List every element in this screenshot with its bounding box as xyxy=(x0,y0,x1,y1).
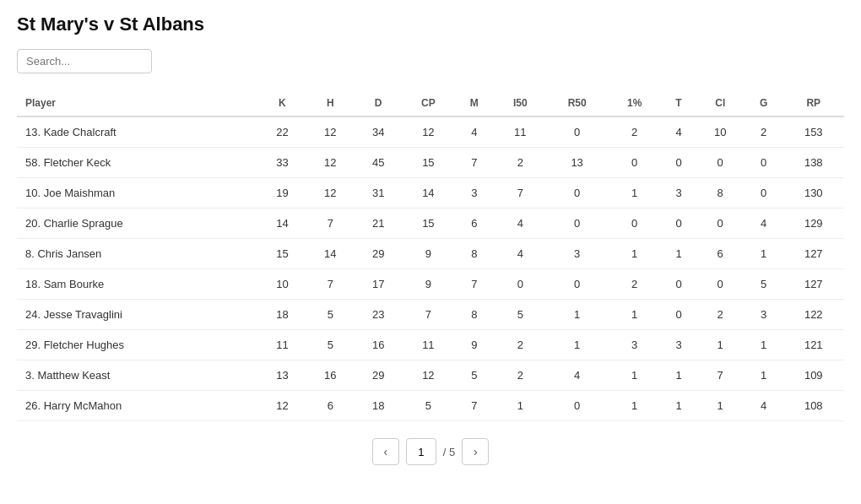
stat-d: 29 xyxy=(355,360,403,391)
player-name: 29. Fletcher Hughes xyxy=(17,330,258,360)
stat-g: 2 xyxy=(745,117,783,148)
stat-t: 0 xyxy=(661,300,696,330)
stat-cp: 14 xyxy=(403,178,455,209)
stat-r50: 3 xyxy=(546,239,608,269)
table-row: 10. Joe Maishman191231143701380130 xyxy=(17,178,844,209)
stat-rp: 108 xyxy=(783,391,844,421)
stat-pct: 1 xyxy=(608,300,661,330)
stat-k: 12 xyxy=(258,391,306,421)
stat-h: 12 xyxy=(306,148,355,178)
player-name: 13. Kade Chalcraft xyxy=(17,117,258,148)
table-row: 29. Fletcher Hughes11516119213311121 xyxy=(17,330,844,360)
stat-cp: 9 xyxy=(403,239,455,269)
stat-t: 0 xyxy=(661,148,696,178)
stat-cp: 7 xyxy=(403,300,455,330)
stat-k: 19 xyxy=(258,178,306,209)
col-header-k: K xyxy=(258,90,306,117)
stat-d: 29 xyxy=(355,239,403,269)
page-number-input[interactable] xyxy=(406,438,436,465)
stat-g: 4 xyxy=(745,209,783,239)
stat-cp: 9 xyxy=(403,269,455,300)
stat-m: 9 xyxy=(454,330,494,360)
stat-r50: 0 xyxy=(546,391,608,421)
stat-pct: 1 xyxy=(608,391,661,421)
stat-i50: 4 xyxy=(494,209,546,239)
table-row: 3. Matthew Keast131629125241171109 xyxy=(17,360,844,391)
stat-pct: 0 xyxy=(608,209,661,239)
search-input[interactable] xyxy=(17,49,152,73)
stat-h: 6 xyxy=(306,391,355,421)
stat-h: 7 xyxy=(306,269,355,300)
player-name: 10. Joe Maishman xyxy=(17,178,258,209)
table-row: 24. Jesse Travaglini1852378511023122 xyxy=(17,300,844,330)
stat-g: 5 xyxy=(745,269,783,300)
player-name: 8. Chris Jansen xyxy=(17,239,258,269)
stat-rp: 122 xyxy=(783,300,844,330)
stat-t: 0 xyxy=(661,269,696,300)
stat-m: 3 xyxy=(454,178,494,209)
stat-k: 13 xyxy=(258,360,306,391)
pagination-total: / 5 xyxy=(443,446,455,458)
stat-cl: 6 xyxy=(696,239,745,269)
stat-g: 1 xyxy=(745,330,783,360)
stat-cl: 0 xyxy=(696,148,745,178)
player-name: 26. Harry McMahon xyxy=(17,391,258,421)
col-header-r50: R50 xyxy=(546,90,608,117)
stat-r50: 0 xyxy=(546,209,608,239)
stat-rp: 130 xyxy=(783,178,844,209)
pagination: ‹ / 5 › xyxy=(17,438,844,465)
stat-g: 0 xyxy=(745,178,783,209)
stat-cl: 0 xyxy=(696,269,745,300)
stat-m: 8 xyxy=(454,239,494,269)
stat-pct: 1 xyxy=(608,178,661,209)
stat-g: 1 xyxy=(745,360,783,391)
col-header-i50: I50 xyxy=(494,90,546,117)
stat-h: 12 xyxy=(306,178,355,209)
stat-t: 3 xyxy=(661,330,696,360)
stat-k: 14 xyxy=(258,209,306,239)
stat-cp: 15 xyxy=(403,209,455,239)
stat-g: 3 xyxy=(745,300,783,330)
stat-m: 4 xyxy=(454,117,494,148)
stat-m: 8 xyxy=(454,300,494,330)
stat-h: 14 xyxy=(306,239,355,269)
col-header-pct: 1% xyxy=(608,90,661,117)
stat-d: 31 xyxy=(355,178,403,209)
stat-m: 7 xyxy=(454,269,494,300)
stat-rp: 129 xyxy=(783,209,844,239)
stat-g: 1 xyxy=(745,239,783,269)
stat-d: 17 xyxy=(355,269,403,300)
stat-rp: 109 xyxy=(783,360,844,391)
search-container xyxy=(17,49,844,73)
stat-rp: 121 xyxy=(783,330,844,360)
table-row: 20. Charlie Sprague14721156400004129 xyxy=(17,209,844,239)
stat-k: 18 xyxy=(258,300,306,330)
stat-r50: 0 xyxy=(546,117,608,148)
table-row: 26. Harry McMahon1261857101114108 xyxy=(17,391,844,421)
stat-h: 16 xyxy=(306,360,355,391)
stat-rp: 138 xyxy=(783,148,844,178)
stat-i50: 2 xyxy=(494,330,546,360)
stat-r50: 1 xyxy=(546,330,608,360)
stat-k: 33 xyxy=(258,148,306,178)
stat-g: 0 xyxy=(745,148,783,178)
stat-h: 12 xyxy=(306,117,355,148)
stat-cl: 1 xyxy=(696,330,745,360)
stat-k: 15 xyxy=(258,239,306,269)
table-row: 58. Fletcher Keck3312451572130000138 xyxy=(17,148,844,178)
stat-m: 5 xyxy=(454,360,494,391)
stat-k: 10 xyxy=(258,269,306,300)
stat-cl: 7 xyxy=(696,360,745,391)
stat-cl: 1 xyxy=(696,391,745,421)
stat-cp: 11 xyxy=(403,330,455,360)
stat-d: 21 xyxy=(355,209,403,239)
col-header-player: Player xyxy=(17,90,258,117)
stat-d: 18 xyxy=(355,391,403,421)
stat-r50: 13 xyxy=(546,148,608,178)
col-header-cl: Cl xyxy=(696,90,745,117)
stat-m: 7 xyxy=(454,148,494,178)
player-name: 24. Jesse Travaglini xyxy=(17,300,258,330)
prev-page-button[interactable]: ‹ xyxy=(372,438,399,465)
next-page-button[interactable]: › xyxy=(462,438,489,465)
stat-t: 1 xyxy=(661,239,696,269)
